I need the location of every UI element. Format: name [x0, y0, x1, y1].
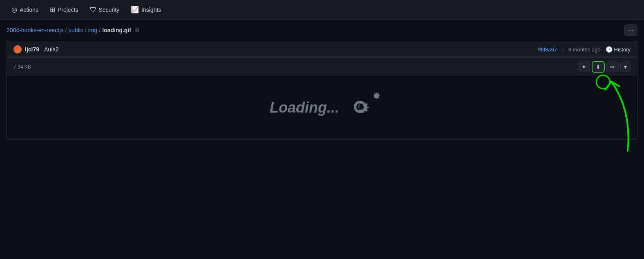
breadcrumb-bar: 2084-hooks-en-reactjs / public / img / l… — [0, 20, 644, 41]
history-label: History — [614, 46, 631, 53]
nav-label-actions: Actions — [20, 7, 38, 13]
security-icon: 🛡 — [90, 6, 96, 13]
commit-info-left: ljcl79 Aula2 — [13, 45, 59, 53]
nav-label-security: Security — [99, 7, 120, 13]
nav-label-projects: Projects — [58, 7, 78, 13]
download-button[interactable]: ⬇ — [592, 61, 605, 73]
file-view: 7.94 KB ✦ ⬇ ✏ ▾ Loading... — [7, 58, 637, 139]
file-header: 7.94 KB ✦ ⬇ ✏ ▾ — [7, 58, 637, 76]
breadcrumb-sep-3: / — [99, 27, 101, 33]
edit-button[interactable]: ✏ — [606, 62, 619, 72]
clock-icon: 🕐 — [606, 46, 613, 53]
file-actions: ✦ ⬇ ✏ ▾ — [578, 61, 631, 73]
nav-item-projects[interactable]: ⊞ Projects — [45, 2, 83, 17]
commit-hash[interactable]: 9bf8a67 — [538, 46, 557, 53]
commit-separator: · — [562, 46, 564, 53]
file-content: Loading... — [7, 76, 637, 139]
commit-author[interactable]: ljcl79 — [25, 46, 39, 53]
nav-item-actions[interactable]: ◎ Actions — [7, 2, 43, 17]
breadcrumb-sep-2: / — [85, 27, 87, 33]
avatar — [13, 45, 22, 53]
breadcrumb-repo[interactable]: 2084-hooks-en-reactjs — [7, 27, 63, 33]
page-wrapper: ◎ Actions ⊞ Projects 🛡 Security 📈 Insigh… — [0, 0, 644, 139]
more-options-button[interactable]: ··· — [624, 24, 637, 36]
breadcrumb: 2084-hooks-en-reactjs / public / img / l… — [7, 27, 139, 34]
copy-path-icon[interactable]: ⧉ — [135, 27, 139, 34]
download-icon: ⬇ — [596, 64, 601, 70]
gear-container — [346, 93, 374, 122]
commit-time: 8 months ago — [568, 46, 601, 53]
copilot-button[interactable]: ✦ — [578, 62, 590, 72]
loading-display: Loading... — [270, 93, 374, 122]
file-size: 7.94 KB — [13, 64, 31, 70]
copilot-icon: ✦ — [581, 64, 586, 70]
breadcrumb-file: loading.gif — [102, 27, 131, 33]
chevron-down-icon: ▾ — [624, 64, 627, 70]
nav-item-security[interactable]: 🛡 Security — [85, 3, 125, 17]
gear-small-icon — [366, 87, 383, 104]
breadcrumb-path1[interactable]: public — [68, 27, 83, 33]
more-file-actions-button[interactable]: ▾ — [620, 62, 631, 72]
commit-info-right: 9bf8a67 · 8 months ago 🕐 History — [538, 46, 631, 53]
top-nav: ◎ Actions ⊞ Projects 🛡 Security 📈 Insigh… — [0, 0, 644, 20]
projects-icon: ⊞ — [50, 6, 55, 13]
nav-label-insights: Insights — [141, 7, 161, 13]
actions-icon: ◎ — [11, 6, 17, 13]
loading-text: Loading... — [270, 99, 339, 116]
commit-bar: ljcl79 Aula2 9bf8a67 · 8 months ago 🕐 Hi… — [7, 41, 637, 58]
history-link[interactable]: 🕐 History — [606, 46, 631, 53]
edit-icon: ✏ — [610, 64, 615, 70]
nav-item-insights[interactable]: 📈 Insights — [126, 2, 166, 17]
commit-message: Aula2 — [44, 46, 59, 53]
breadcrumb-path2[interactable]: img — [88, 27, 98, 33]
breadcrumb-sep-1: / — [65, 27, 67, 33]
insights-icon: 📈 — [131, 6, 139, 13]
